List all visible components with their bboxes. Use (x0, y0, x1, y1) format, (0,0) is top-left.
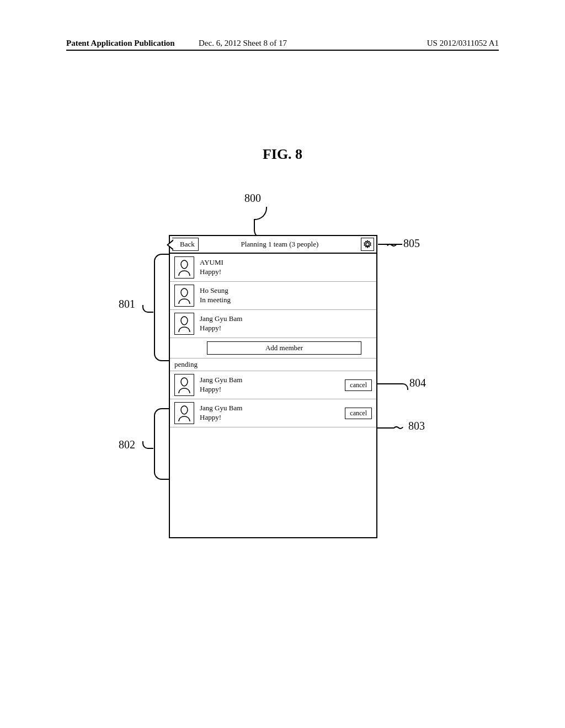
header-rule (66, 50, 499, 51)
brace-802-tip (142, 441, 153, 449)
cancel-button[interactable]: cancel (345, 408, 372, 419)
member-row[interactable]: Ho Seung In meeting (170, 282, 376, 310)
screen-header: Back Planning 1 team (3 people) (170, 236, 376, 254)
member-text: Ho Seung In meeting (200, 286, 372, 305)
person-icon (177, 286, 192, 305)
member-name: Jang Gyu Bam (200, 314, 372, 324)
member-status: In meeting (200, 296, 372, 305)
callout-801: 801 (119, 298, 135, 311)
person-icon (177, 376, 192, 394)
member-text: Jang Gyu Bam Happy! (200, 376, 339, 394)
member-name: AYUMI (200, 258, 372, 267)
person-icon (177, 404, 192, 422)
callout-805: 805 (403, 237, 420, 250)
callout-803: 803 (408, 420, 425, 432)
member-status: Happy! (200, 413, 339, 422)
member-name: Jang Gyu Bam (200, 376, 339, 385)
pointer-800 (254, 207, 270, 237)
figure-title: FIG. 8 (0, 146, 565, 163)
member-text: Jang Gyu Bam Happy! (200, 404, 339, 422)
add-member-row: Add member (170, 338, 376, 358)
back-button-label: Back (180, 240, 195, 249)
avatar (174, 402, 194, 424)
person-icon (177, 314, 192, 333)
member-row[interactable]: Jang Gyu Bam Happy! (170, 310, 376, 338)
member-text: Jang Gyu Bam Happy! (200, 314, 372, 333)
avatar (174, 313, 194, 335)
cancel-button[interactable]: cancel (345, 379, 372, 391)
member-name: Ho Seung (200, 286, 372, 296)
add-member-button[interactable]: Add member (207, 341, 361, 355)
cancel-label: cancel (350, 381, 367, 389)
avatar (174, 285, 194, 307)
member-status: Happy! (200, 385, 339, 394)
cancel-label: cancel (350, 409, 367, 417)
header-publication: Patent Application Publication (66, 39, 175, 48)
member-status: Happy! (200, 267, 372, 277)
member-text: AYUMI Happy! (200, 258, 372, 277)
settings-button[interactable] (361, 238, 374, 251)
pending-section-label: pending (170, 358, 376, 371)
gear-icon (363, 239, 372, 249)
callout-804: 804 (409, 377, 426, 389)
callout-802: 802 (119, 438, 135, 451)
screen-title: Planning 1 team (3 people) (202, 240, 358, 249)
phone-screen: Back Planning 1 team (3 people) AYUMI Ha… (169, 235, 377, 538)
tilde-805: 〜 (386, 238, 397, 253)
tilde-803: 〜 (393, 421, 404, 436)
pending-row[interactable]: Jang Gyu Bam Happy! cancel (170, 371, 376, 399)
brace-801-tip (142, 305, 153, 313)
avatar (174, 256, 194, 279)
header-patent-number: US 2012/0311052 A1 (427, 39, 499, 48)
member-row[interactable]: AYUMI Happy! (170, 254, 376, 282)
back-button[interactable]: Back (172, 238, 199, 251)
avatar (174, 374, 194, 396)
callout-800: 800 (244, 192, 261, 205)
person-icon (177, 258, 192, 277)
pending-row[interactable]: Jang Gyu Bam Happy! cancel (170, 399, 376, 427)
add-member-label: Add member (265, 344, 303, 352)
member-name: Jang Gyu Bam (200, 404, 339, 413)
header-date-sheet: Dec. 6, 2012 Sheet 8 of 17 (199, 39, 287, 48)
member-status: Happy! (200, 324, 372, 333)
